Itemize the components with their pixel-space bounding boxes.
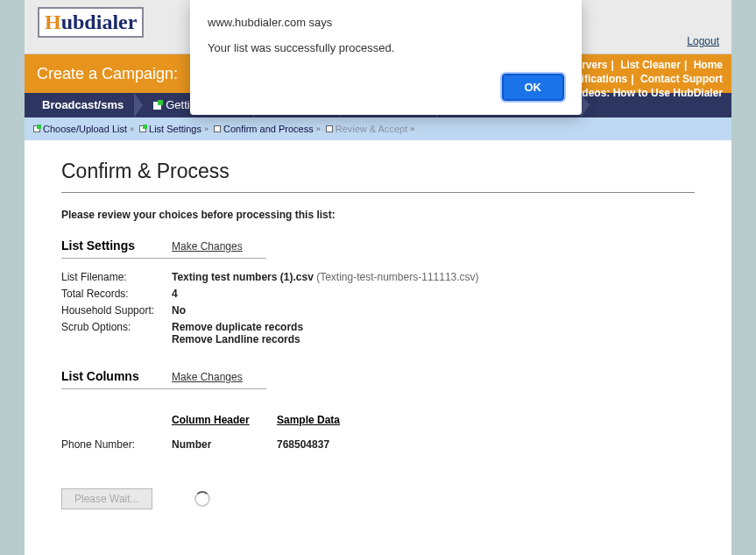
videos-link[interactable]: Videos: How to Use HubDialer [572, 87, 723, 99]
logo[interactable]: Hubdialer [38, 7, 144, 38]
household-label: Household Support: [61, 304, 172, 317]
dialog-origin: www.hubdialer.com says [208, 16, 564, 29]
substep-review-accept[interactable]: Review & Accept» [326, 124, 415, 134]
loading-spinner-icon [194, 491, 210, 507]
filename-label: List Filename: [61, 271, 172, 283]
filename-value: Texting test numbers (1).csv (Texting-te… [172, 271, 695, 283]
phone-sample-value: 768504837 [277, 438, 329, 451]
substep-confirm-process[interactable]: Confirm and Process» [214, 124, 321, 134]
logo-h: H [45, 11, 61, 33]
phone-header-value: Number [172, 438, 277, 451]
step-broadcast[interactable]: Broadcast/sms [30, 93, 136, 117]
ok-button[interactable]: OK [502, 74, 565, 101]
total-records-label: Total Records: [61, 288, 172, 300]
household-value: No [172, 304, 695, 317]
alert-dialog: www.hubdialer.com says Your list was suc… [190, 0, 582, 115]
list-settings-heading: List Settings [61, 238, 172, 253]
list-columns-heading: List Columns [61, 369, 172, 383]
list-cleaner-link[interactable]: List Cleaner [620, 59, 681, 71]
please-wait-button: Please Wait... [61, 488, 152, 509]
make-changes-columns-link[interactable]: Make Changes [172, 371, 243, 383]
logo-rest: ubdialer [61, 11, 138, 33]
create-campaign-label: Create a Campaign: [37, 65, 178, 82]
chevron-right-icon: » [410, 125, 414, 133]
divider [61, 258, 266, 259]
chevron-right-icon: » [130, 125, 134, 133]
wizard-substeps: Choose/Upload List» List Settings» Confi… [25, 117, 731, 140]
total-records-value: 4 [172, 288, 695, 300]
sample-data-label: Sample Data [277, 414, 382, 426]
phone-number-label: Phone Number: [61, 438, 172, 451]
substep-list-settings[interactable]: List Settings» [139, 124, 208, 134]
substep-choose-upload[interactable]: Choose/Upload List» [33, 124, 134, 134]
divider [61, 388, 266, 389]
contact-support-link[interactable]: Contact Support [640, 73, 723, 85]
make-changes-settings-link[interactable]: Make Changes [172, 240, 243, 253]
page-title: Confirm & Process [61, 160, 695, 183]
main-content: Confirm & Process Please review your cho… [25, 140, 731, 529]
scrub-label: Scrub Options: [61, 321, 172, 333]
chevron-right-icon: » [316, 125, 321, 133]
logout-link[interactable]: Logout [687, 35, 719, 47]
chevron-right-icon: » [204, 125, 208, 133]
column-header-label: Column Header [172, 414, 277, 426]
scrub-value: Remove duplicate records Remove Landline… [172, 321, 695, 345]
dialog-message: Your list was successfully processed. [208, 41, 564, 54]
review-instruction: Please review your choices before proces… [61, 209, 695, 221]
home-link[interactable]: Home [694, 59, 723, 71]
divider [61, 192, 695, 193]
